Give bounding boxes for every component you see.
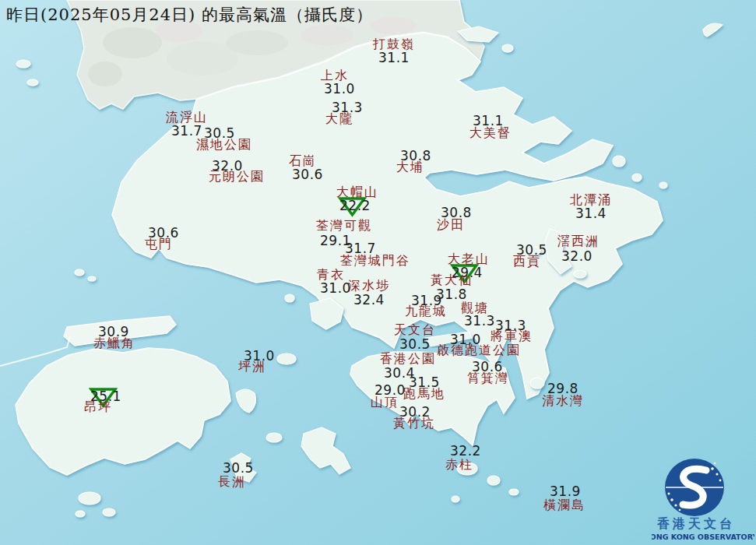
station-value: 30.6 (292, 167, 323, 182)
station-name: 赤鱲角 (93, 336, 135, 350)
hko-logo: 香港天文台 HONG KONG OBSERVATORY (652, 436, 754, 543)
station-name: 觀塘 (461, 301, 489, 315)
tap-mun (613, 156, 625, 167)
station-name: 沙田 (437, 218, 465, 232)
station-name: 黃竹坑 (393, 417, 435, 431)
po-toi-2 (487, 476, 500, 485)
station-name: 北潭涌 (570, 193, 612, 207)
station-name: 打鼓嶺 (373, 37, 415, 51)
station-value: 32.4 (353, 293, 385, 308)
station-name: 長洲 (218, 475, 246, 489)
soko-3 (76, 511, 85, 517)
port-island (659, 182, 667, 188)
page-title: 昨日(2025年05月24日) 的最高氣溫（攝氏度） (6, 4, 373, 26)
sha-chau-2 (88, 276, 96, 281)
station-value: 31.1 (378, 51, 410, 65)
station-name: 昂坪 (84, 400, 112, 414)
jin-island (574, 270, 586, 278)
hong-kong-map (0, 0, 756, 545)
station-name: 山頂 (371, 396, 399, 410)
station-name: 荃灣城門谷 (340, 254, 410, 268)
station-name: 清水灣 (542, 394, 584, 408)
station-name: 上水 (321, 69, 349, 83)
tung-lung-chau (530, 378, 544, 389)
station-name: 筲箕灣 (467, 371, 509, 385)
station-value: 31.0 (320, 281, 351, 296)
station-name: 大埔 (396, 160, 424, 174)
station-name: 石崗 (289, 154, 317, 168)
station-value: 31.4 (575, 206, 607, 221)
station-name: 赤柱 (445, 458, 473, 472)
station-name: 九龍城 (405, 304, 447, 318)
station-name: 將軍澳 (491, 329, 533, 343)
station-name: 深水埗 (348, 279, 390, 293)
station-value: 31.9 (550, 484, 581, 499)
station-name: 大老山 (448, 252, 490, 266)
station-value: 31.0 (324, 82, 355, 97)
station-name: 屯門 (145, 237, 173, 251)
station-value: 30.5 (399, 337, 431, 352)
station-name: 大隴 (325, 112, 353, 126)
ap-chau (502, 44, 513, 52)
station-name: 荃灣可觀 (316, 219, 372, 233)
beaufort (452, 496, 459, 502)
station-name: 大帽山 (336, 185, 378, 199)
weather-map-screen: 昨日(2025年05月24日) 的最高氣溫（攝氏度） 31.1打鼓嶺31.0上水… (0, 0, 756, 545)
station-value: 31.7 (171, 124, 202, 139)
shekou-isle-1 (16, 60, 30, 68)
station-value: 31.3 (464, 314, 495, 329)
station-name: 坪洲 (238, 360, 266, 374)
station-name: 滘西洲 (557, 234, 600, 248)
sha-chau-1 (75, 269, 84, 276)
logo-en-text: HONG KONG OBSERVATORY (652, 533, 754, 541)
station-value: 32.2 (450, 444, 481, 459)
soko-2 (103, 508, 115, 516)
ma-wan (285, 294, 294, 302)
station-name: 啟德跑道公園 (437, 343, 521, 357)
shek-kwu-chau (266, 433, 282, 442)
logo-cn-text: 香港天文台 (656, 516, 735, 531)
station-value: 32.0 (561, 249, 592, 264)
soko-1 (79, 492, 100, 505)
station-name: 濕地公園 (196, 138, 252, 152)
station-name: 青衣 (317, 268, 345, 282)
station-name: 香港公園 (380, 352, 436, 366)
station-name: 天文台 (394, 323, 436, 337)
station-value: 22.2 (339, 199, 371, 213)
station-name: 橫瀾島 (543, 498, 585, 512)
shekou-isle-2 (27, 79, 38, 86)
grass-island (632, 174, 642, 181)
station-name: 元朗公園 (209, 170, 265, 184)
station-name: 西貢 (513, 255, 541, 269)
station-name: 黃大仙 (431, 273, 473, 287)
station-name: 流浮山 (166, 111, 208, 125)
waglan (509, 489, 519, 495)
peng-chau (277, 353, 296, 364)
station-value: 30.5 (223, 461, 254, 476)
station-name: 跑馬地 (403, 387, 445, 401)
station-name: 大美督 (469, 126, 512, 140)
